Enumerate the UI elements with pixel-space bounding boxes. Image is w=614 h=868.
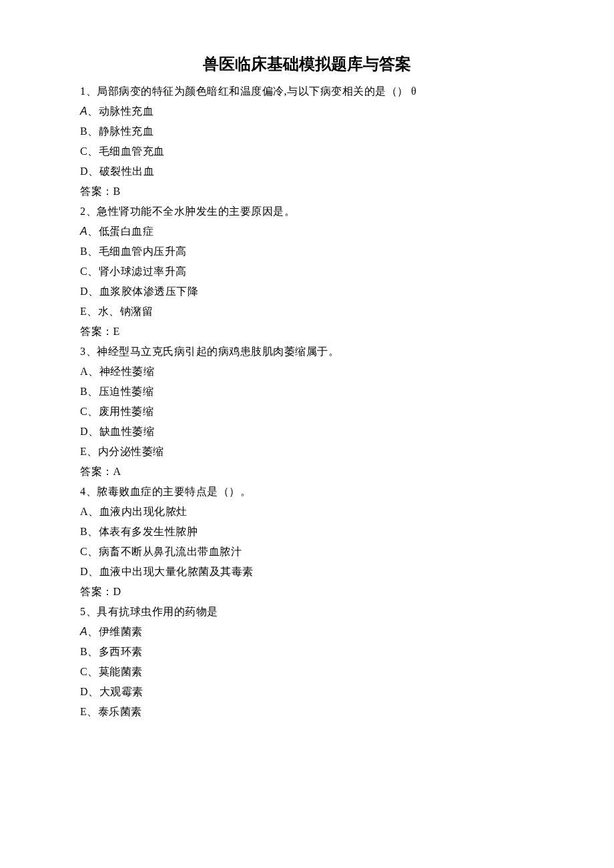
document-page: 兽医临床基础模拟题库与答案 1、局部病变的特征为颜色暗红和温度偏冷,与以下病变相… xyxy=(0,0,614,762)
question-option: A、血液内出现化脓灶 xyxy=(80,502,534,522)
option-text: 、动脉性充血 xyxy=(87,105,154,117)
question-stem: 5、具有抗球虫作用的药物是 xyxy=(80,602,534,622)
question-option: C、废用性萎缩 xyxy=(80,402,534,422)
question-stem: 3、神经型马立克氏病引起的病鸡患肢肌肉萎缩属于。 xyxy=(80,342,534,362)
question-stem: 4、脓毒败血症的主要特点是（）。 xyxy=(80,482,534,502)
option-text: 、伊维菌素 xyxy=(87,626,143,637)
question-option: D、缺血性萎缩 xyxy=(80,422,534,442)
question-option: E、内分泌性萎缩 xyxy=(80,442,534,462)
question-option: B、多西环素 xyxy=(80,642,534,662)
page-title: 兽医临床基础模拟题库与答案 xyxy=(80,53,534,75)
question-option: D、血浆胶体渗透压下降 xyxy=(80,282,534,302)
question-answer: 答案：B xyxy=(80,181,534,201)
option-letter: A xyxy=(80,105,87,117)
question-option: E、泰乐菌素 xyxy=(80,702,534,722)
question-stem: 1、局部病变的特征为颜色暗红和温度偏冷,与以下病变相关的是（） θ xyxy=(80,81,534,101)
question-option: D、大观霉素 xyxy=(80,682,534,702)
question-option: B、压迫性萎缩 xyxy=(80,382,534,402)
option-letter: A xyxy=(80,226,87,237)
question-option: A、伊维菌素 xyxy=(80,622,534,642)
question-option: B、毛细血管内压升高 xyxy=(80,242,534,262)
question-option: C、病畜不断从鼻孔流出带血脓汁 xyxy=(80,542,534,562)
question-option: A、神经性萎缩 xyxy=(80,362,534,382)
question-option: E、水、钠潴留 xyxy=(80,302,534,322)
question-answer: 答案：A xyxy=(80,462,534,482)
question-answer: 答案：D xyxy=(80,582,534,602)
option-letter: A xyxy=(80,626,87,637)
question-option: D、血液中出现大量化脓菌及其毒素 xyxy=(80,562,534,582)
question-stem: 2、急性肾功能不全水肿发生的主要原因是。 xyxy=(80,201,534,222)
question-answer: 答案：E xyxy=(80,322,534,342)
question-option: A、动脉性充血 xyxy=(80,101,534,121)
question-option: B、静脉性充血 xyxy=(80,121,534,141)
question-option: C、毛细血管充血 xyxy=(80,141,534,161)
question-option: C、莫能菌素 xyxy=(80,662,534,682)
question-option: B、体表有多发生性脓肿 xyxy=(80,522,534,542)
question-option: D、破裂性出血 xyxy=(80,161,534,181)
question-list: 1、局部病变的特征为颜色暗红和温度偏冷,与以下病变相关的是（） θA、动脉性充血… xyxy=(80,81,534,722)
option-text: 、低蛋白血症 xyxy=(87,226,154,237)
question-option: A、低蛋白血症 xyxy=(80,222,534,242)
question-option: C、肾小球滤过率升高 xyxy=(80,262,534,282)
